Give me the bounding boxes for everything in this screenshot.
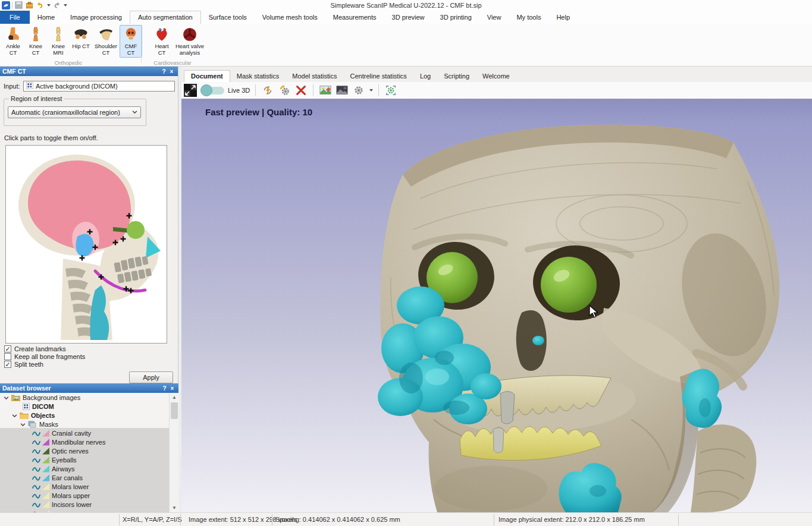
roi-dropdown[interactable]: Automatic (craniomaxillofacial region) xyxy=(8,106,141,118)
visibility-wave-icon[interactable] xyxy=(32,456,40,464)
visibility-wave-icon[interactable] xyxy=(32,492,40,499)
tab-measurements[interactable]: Measurements xyxy=(325,11,384,24)
tree-item-dicom[interactable]: DICOM xyxy=(0,402,178,411)
mask-row-eyeballs[interactable]: Eyeballs xyxy=(0,455,178,464)
close-icon[interactable]: × xyxy=(168,68,175,75)
tab-document[interactable]: Document xyxy=(184,70,230,82)
mask-color-icon xyxy=(42,430,49,437)
visibility-wave-icon[interactable] xyxy=(32,474,40,481)
heart-ct-button[interactable]: Heart CT xyxy=(151,25,173,58)
visibility-wave-icon[interactable] xyxy=(32,430,40,437)
redo-icon[interactable] xyxy=(52,1,61,10)
visibility-wave-icon[interactable] xyxy=(32,501,40,508)
shoulder-ct-button[interactable]: Shoulder CT xyxy=(92,25,120,58)
tab-help[interactable]: Help xyxy=(548,11,578,24)
tab-log[interactable]: Log xyxy=(413,71,437,82)
cancel-preview-icon[interactable] xyxy=(294,84,308,97)
viewport-toolbar: Live 3D xyxy=(181,82,812,99)
scroll-down-icon[interactable]: ▼ xyxy=(170,503,179,512)
scrollbar-thumb[interactable] xyxy=(171,402,178,419)
scene-export-icon[interactable] xyxy=(384,84,397,97)
folder-icon xyxy=(20,412,29,419)
knee-mri-button[interactable]: Knee MRI xyxy=(47,25,70,58)
refresh-preview-icon[interactable] xyxy=(261,84,274,97)
tab-welcome[interactable]: Welcome xyxy=(476,71,516,82)
cmf-panel-header: CMF CT ? × xyxy=(0,67,178,76)
mask-row-optic-nerves[interactable]: Optic nerves xyxy=(0,446,178,455)
scroll-up-icon[interactable]: ▲ xyxy=(170,393,179,402)
dicom-grid-icon xyxy=(26,82,33,90)
knee-ct-button[interactable]: Knee CT xyxy=(24,25,47,58)
visibility-wave-icon[interactable] xyxy=(32,448,40,455)
mask-row-airways[interactable]: Airways xyxy=(0,464,178,473)
tab-auto-segmentation[interactable]: Auto segmentation xyxy=(130,11,201,24)
mask-row-incisors-lower[interactable]: Incisors lower xyxy=(0,500,178,509)
undo-caret-icon[interactable] xyxy=(47,4,51,7)
tab-view[interactable]: View xyxy=(479,11,509,24)
dataset-tree: Background images DICOM Objects Masks xyxy=(0,393,178,512)
mask-row-ear-canals[interactable]: Ear canals xyxy=(0,473,178,482)
masks-icon xyxy=(28,421,37,428)
hip-ct-button[interactable]: Hip CT xyxy=(70,25,92,52)
visibility-wave-icon[interactable] xyxy=(32,439,40,446)
render-settings-icon[interactable] xyxy=(336,84,349,97)
checkbox-label: Split teeth xyxy=(14,361,43,368)
ankle-ct-button[interactable]: Ankle CT xyxy=(2,25,24,58)
save-icon[interactable] xyxy=(14,1,23,10)
tab-scripting[interactable]: Scripting xyxy=(437,71,476,82)
close-icon[interactable]: × xyxy=(168,385,176,392)
split-teeth-checkbox[interactable] xyxy=(4,361,11,368)
input-field[interactable]: Active background (DICOM) xyxy=(23,81,175,92)
live-3d-toggle[interactable] xyxy=(200,84,224,97)
tab-3d-preview[interactable]: 3D preview xyxy=(384,11,432,24)
tree-item-objects[interactable]: Objects xyxy=(0,411,178,420)
tab-file[interactable]: File xyxy=(0,11,30,24)
chevron-down-icon[interactable] xyxy=(20,421,26,427)
tree-item-masks[interactable]: Masks xyxy=(0,420,178,429)
mask-color-icon xyxy=(42,483,49,490)
quick-access-toolbar xyxy=(1,1,67,10)
anatomy-illustration[interactable] xyxy=(5,145,167,344)
undo-icon[interactable] xyxy=(36,1,45,10)
open-project-icon[interactable] xyxy=(25,1,34,10)
heart-valve-analysis-button[interactable]: Heart valve analysis xyxy=(173,25,206,58)
tab-home[interactable]: Home xyxy=(30,11,62,24)
tab-image-processing[interactable]: Image processing xyxy=(62,11,130,24)
cmf-ct-button[interactable]: CMF CT xyxy=(120,25,142,58)
mask-row-mandibular-nerves[interactable]: Mandibular nerves xyxy=(0,437,178,446)
tree-scrollbar[interactable]: ▲ ▼ xyxy=(169,393,178,512)
mask-row-molars-lower[interactable]: Molars lower xyxy=(0,482,178,491)
view-options-icon[interactable] xyxy=(352,84,365,97)
split-teeth-row[interactable]: Split teeth xyxy=(4,360,43,368)
keep-bone-fragments-checkbox[interactable] xyxy=(4,353,11,360)
tree-item-background-images[interactable]: Background images xyxy=(0,393,178,402)
mask-row-molars-upper[interactable]: Molars upper xyxy=(0,491,178,500)
apply-button[interactable]: Apply xyxy=(129,371,173,383)
show-background-image-icon[interactable] xyxy=(319,84,332,97)
visibility-wave-icon[interactable] xyxy=(32,465,40,473)
3d-viewport[interactable]: Fast preview | Quality: 10 xyxy=(181,99,812,512)
visibility-wave-icon[interactable] xyxy=(32,483,40,490)
keep-bone-fragments-row[interactable]: Keep all bone fragments xyxy=(4,352,85,360)
preview-settings-icon[interactable] xyxy=(278,84,291,97)
view-options-caret-icon[interactable] xyxy=(369,89,373,92)
create-landmarks-row[interactable]: Create landmarks xyxy=(4,345,66,352)
redo-caret-icon[interactable] xyxy=(64,4,67,7)
help-icon[interactable]: ? xyxy=(160,68,168,75)
mask-row-cranial-cavity[interactable]: Cranial cavity xyxy=(0,429,178,437)
tab-model-statistics[interactable]: Model statistics xyxy=(286,71,343,82)
help-icon[interactable]: ? xyxy=(161,385,168,392)
chevron-down-icon[interactable] xyxy=(12,412,17,418)
chevron-down-icon[interactable] xyxy=(4,395,9,400)
tab-centreline-statistics[interactable]: Centreline statistics xyxy=(344,71,413,82)
create-landmarks-checkbox[interactable] xyxy=(4,345,11,352)
tab-my-tools[interactable]: My tools xyxy=(509,11,548,24)
tab-3d-printing[interactable]: 3D printing xyxy=(432,11,479,24)
title-bar: Simpleware ScanIP Medical U-2022.12 - CM… xyxy=(0,0,812,11)
tab-surface-tools[interactable]: Surface tools xyxy=(201,11,255,24)
knee-icon xyxy=(28,27,43,42)
tab-mask-statistics[interactable]: Mask statistics xyxy=(230,71,286,82)
group-label-orthopedic: Orthopedic xyxy=(24,59,113,66)
tab-volume-mesh-tools[interactable]: Volume mesh tools xyxy=(255,11,325,24)
fit-view-icon[interactable] xyxy=(184,84,197,97)
